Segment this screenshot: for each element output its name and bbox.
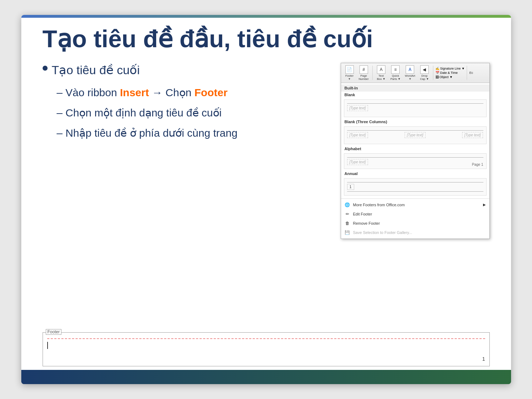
- bullet-list: Tạo tiêu đề cuối: [43, 63, 327, 83]
- blank3col-template[interactable]: [Type text] [Type text] [Type text]: [344, 126, 487, 144]
- signature-line-btn[interactable]: ✍ Signature Line ▼: [435, 67, 465, 70]
- annual-line2: [347, 191, 483, 192]
- slide: Tạo tiêu đề đầu, tiêu đề cuối Tạo tiêu đ…: [21, 15, 511, 384]
- slide-title: Tạo tiêu đề đầu, tiêu đề cuối: [43, 26, 490, 52]
- remove-footer-label: Remove Footer: [353, 221, 380, 225]
- highlight-footer: Footer: [194, 87, 227, 98]
- quick-parts-label2: Parts ▼: [390, 77, 401, 81]
- footer-label: Footer: [46, 329, 62, 335]
- remove-footer-btn[interactable]: 🗑 Remove Footer: [341, 219, 489, 228]
- blank-placeholder: [Type text]: [347, 105, 368, 111]
- divider1: [372, 66, 373, 80]
- blank-template[interactable]: [Type text]: [344, 99, 487, 117]
- footer-arrow: ▼: [348, 77, 351, 81]
- more-footers-label: More Footers from Office.com: [353, 203, 405, 207]
- save-selection-btn: 💾 Save Selection to Footer Gallery...: [341, 228, 489, 237]
- annual-template[interactable]: 1: [344, 178, 487, 196]
- date-time-btn[interactable]: 📅 Date & Time: [435, 71, 465, 75]
- footer-label: Footer: [345, 74, 353, 77]
- cursor-bar: [47, 342, 48, 349]
- signature-icon: ✍: [435, 67, 439, 70]
- text-box-btn[interactable]: A Text Box ▼: [375, 65, 388, 81]
- ribbon-toolbar: 📄 Footer ▼ # Page Number A Text: [341, 63, 489, 83]
- edit-footer-label: Edit Footer: [353, 212, 372, 216]
- date-time-label: Date & Time: [440, 71, 458, 75]
- blank-line: [347, 103, 483, 104]
- wordart-icon: A: [406, 65, 414, 74]
- page-number-label2: Number: [359, 77, 369, 81]
- slide-content: Tạo tiêu đề đầu, tiêu đề cuối Tạo tiêu đ…: [21, 15, 511, 332]
- footer-dashed-line: [47, 338, 485, 339]
- drop-cap-btn[interactable]: ◀ Drop Cap ▼: [418, 65, 431, 81]
- page-number-icon: #: [360, 65, 368, 74]
- quick-parts-btn[interactable]: ≡ Quick Parts ▼: [389, 65, 402, 81]
- divider3: [467, 66, 467, 80]
- placeholder3: [Type text]: [462, 132, 483, 138]
- footer-btn[interactable]: 📄 Footer ▼: [343, 65, 356, 81]
- placeholder1: [Type text]: [347, 132, 368, 138]
- page-number-label: Page: [360, 74, 367, 77]
- text-box-icon: A: [377, 65, 385, 74]
- dropdown-body: Built-In Blank [Type text] Blank (Three …: [341, 83, 489, 198]
- globe-icon: 🌐: [345, 202, 350, 208]
- save-selection-label: Save Selection to Footer Gallery...: [353, 230, 412, 235]
- wordart-btn[interactable]: A WordArt ▼: [404, 65, 417, 81]
- alphabet-line: [347, 157, 483, 158]
- dropdown-menu-items: 🌐 More Footers from Office.com ▶ ✏ Edit …: [341, 198, 489, 239]
- divider2: [433, 66, 433, 80]
- signature-date-group: ✍ Signature Line ▼ 📅 Date & Time 🖼 Objec…: [435, 67, 465, 79]
- save-icon: 💾: [345, 230, 350, 235]
- sub-item-1: Vào ribbon Insert → Chọn Footer: [57, 86, 327, 99]
- ec-label: Ec: [469, 71, 473, 75]
- object-btn[interactable]: 🖼 Object ▼: [435, 75, 465, 79]
- text-box-label2: Box ▼: [377, 77, 385, 81]
- bullet-dot: [43, 66, 48, 71]
- builtin-header: Built-In: [341, 84, 489, 92]
- page-number-btn[interactable]: # Page Number: [357, 65, 370, 81]
- quick-parts-label: Quick: [392, 74, 399, 77]
- footer-cursor-line: [47, 340, 485, 350]
- bullet-item-main: Tạo tiêu đề cuối: [43, 63, 327, 77]
- edit-footer-btn[interactable]: ✏ Edit Footer: [341, 209, 489, 219]
- drop-cap-label2: Cap ▼: [420, 77, 429, 81]
- left-content: Tạo tiêu đề cuối Vào ribbon Insert → Chọ…: [43, 63, 327, 325]
- alphabet-pagenum: Page 1: [472, 163, 483, 166]
- sub-item-2: Chọn một định dạng tiêu đề cuối: [57, 106, 327, 120]
- word-dropdown: 📄 Footer ▼ # Page Number A Text: [341, 63, 490, 239]
- footer-icon: 📄: [345, 65, 354, 74]
- object-label: Object ▼: [439, 75, 453, 79]
- footer-area: Footer 1: [43, 332, 490, 366]
- text-box-label: Text: [379, 74, 384, 77]
- blank3col-label: Blank (Three Columns): [341, 119, 489, 125]
- watermark-text: fppt.com: [28, 375, 48, 380]
- highlight-insert: Insert: [120, 87, 149, 98]
- footer-inner: [47, 338, 485, 363]
- more-footers-btn[interactable]: 🌐 More Footers from Office.com ▶: [341, 200, 489, 209]
- footer-page-number: 1: [482, 356, 485, 362]
- wordart-arrow: ▼: [408, 77, 411, 81]
- bottom-bar: fppt.com: [21, 371, 511, 384]
- annual-number: 1: [347, 184, 354, 190]
- blank-label: Blank: [341, 92, 489, 98]
- sub-item-3: Nhập tiêu đề ở phía dưới cùng trang: [57, 126, 327, 140]
- sub-list: Vào ribbon Insert → Chọn Footer Chọn một…: [43, 86, 327, 146]
- quick-parts-icon: ≡: [391, 65, 400, 74]
- annual-line: [347, 182, 483, 182]
- alphabet-template[interactable]: [Type text] Page 1: [344, 153, 487, 169]
- signature-label: Signature Line ▼: [440, 67, 465, 70]
- alphabet-label: Alphabet: [341, 146, 489, 152]
- main-area: Tạo tiêu đề cuối Vào ribbon Insert → Chọ…: [43, 63, 490, 325]
- right-panel: 📄 Footer ▼ # Page Number A Text: [341, 63, 490, 325]
- alphabet-placeholder: [Type text]: [347, 159, 368, 165]
- drop-cap-label: Drop: [421, 74, 427, 77]
- blank3col-row: [Type text] [Type text] [Type text]: [347, 132, 483, 138]
- wordart-label: WordArt: [405, 74, 415, 77]
- bullet-text-main: Tạo tiêu đề cuối: [52, 63, 140, 77]
- blank3col-line: [347, 130, 483, 131]
- date-time-icon: 📅: [435, 71, 439, 75]
- object-icon: 🖼: [435, 75, 439, 79]
- remove-icon: 🗑: [345, 220, 350, 226]
- edit-icon: ✏: [345, 211, 350, 217]
- drop-cap-icon: ◀: [420, 65, 429, 74]
- placeholder2: [Type text]: [405, 132, 426, 138]
